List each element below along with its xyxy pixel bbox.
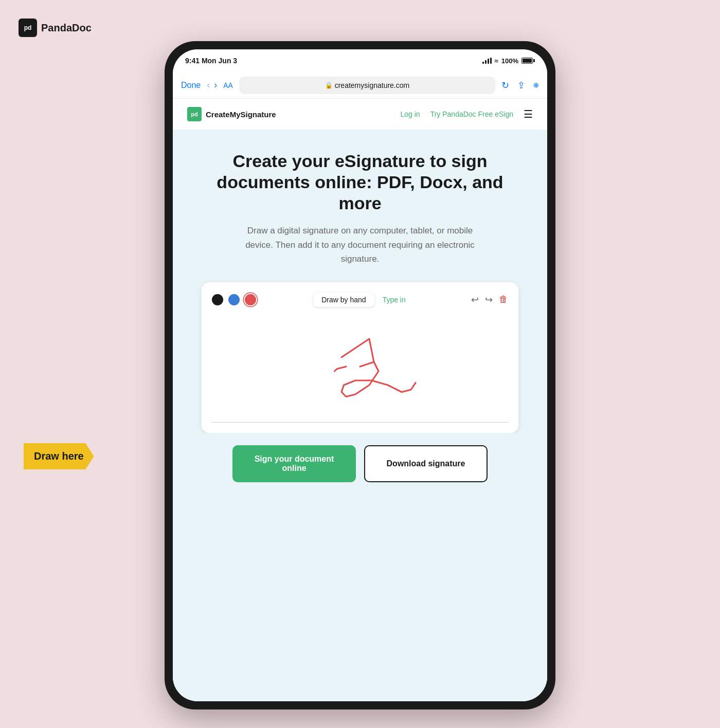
color-black[interactable] — [212, 294, 223, 305]
battery-icon — [521, 58, 535, 64]
browser-forward-button[interactable]: › — [214, 80, 217, 90]
phone-screen: 9:41 Mon Jun 3 ≈ 100% — [173, 49, 547, 701]
undo-button[interactable]: ↩ — [471, 294, 479, 305]
hamburger-menu-icon[interactable]: ☰ — [524, 108, 533, 120]
pandadoc-logo-text: PandaDoc — [41, 22, 92, 34]
pandadoc-logo: pd PandaDoc — [19, 19, 92, 37]
browser-bar: Done ‹ › AA 🔒 createmysignature.com ↻ ⇪ … — [173, 72, 547, 99]
website-content: pd CreateMySignature Log in Try PandaDoc… — [173, 99, 547, 701]
browser-aa-button[interactable]: AA — [223, 81, 233, 89]
status-bar: 9:41 Mon Jun 3 ≈ 100% — [173, 49, 547, 72]
signature-drawing — [212, 315, 508, 418]
browser-url-bar[interactable]: 🔒 createmysignature.com — [239, 77, 495, 94]
signature-toolbar: Draw by hand Type in ↩ ↪ 🗑 — [212, 293, 508, 307]
signature-actions: ↩ ↪ 🗑 — [471, 294, 508, 305]
signature-mode-tabs: Draw by hand Type in — [313, 293, 414, 307]
phone-frame: 9:41 Mon Jun 3 ≈ 100% — [165, 41, 555, 709]
status-bar-right: ≈ 100% — [482, 57, 535, 65]
browser-nav: ‹ › — [207, 80, 217, 90]
signature-widget: Draw by hand Type in ↩ ↪ 🗑 — [202, 282, 518, 433]
site-header: pd CreateMySignature Log in Try PandaDoc… — [173, 99, 547, 130]
pandadoc-logo-icon: pd — [19, 19, 37, 37]
status-bar-time: 9:41 Mon Jun 3 — [185, 57, 237, 65]
browser-refresh-button[interactable]: ↻ — [501, 80, 509, 91]
action-buttons: Sign your document online Download signa… — [193, 433, 527, 499]
delete-button[interactable]: 🗑 — [499, 294, 508, 305]
color-red[interactable] — [245, 294, 256, 305]
download-signature-button[interactable]: Download signature — [364, 445, 488, 482]
sign-document-button[interactable]: Sign your document online — [232, 445, 356, 482]
browser-actions: ↻ ⇪ ⎈ — [501, 80, 539, 91]
lock-icon: 🔒 — [325, 82, 333, 89]
site-logo: pd CreateMySignature — [187, 107, 276, 121]
hero-subtitle: Draw a digital signature on any computer… — [237, 224, 483, 266]
browser-bookmarks-button[interactable]: ⎈ — [533, 80, 539, 90]
browser-back-button[interactable]: ‹ — [207, 80, 210, 90]
draw-here-label-text: Draw here — [24, 443, 94, 469]
browser-done-button[interactable]: Done — [181, 81, 201, 90]
browser-share-button[interactable]: ⇪ — [517, 80, 525, 91]
battery-pct: 100% — [501, 57, 518, 65]
signal-icon — [482, 58, 492, 64]
nav-login-link[interactable]: Log in — [401, 110, 420, 118]
signature-canvas[interactable] — [212, 315, 508, 418]
hero-section: Create your eSignature to sign documents… — [173, 130, 547, 511]
signature-baseline — [212, 422, 508, 423]
color-picker — [212, 294, 256, 305]
redo-button[interactable]: ↪ — [485, 294, 493, 305]
site-logo-icon: pd — [187, 107, 202, 121]
browser-url-text: createmysignature.com — [335, 81, 410, 89]
site-logo-text: CreateMySignature — [206, 110, 276, 119]
nav-try-link[interactable]: Try PandaDoc Free eSign — [430, 110, 513, 118]
wifi-icon: ≈ — [495, 57, 498, 65]
color-blue[interactable] — [228, 294, 240, 305]
tab-draw-by-hand[interactable]: Draw by hand — [313, 293, 374, 307]
tab-type-in[interactable]: Type in — [374, 293, 414, 307]
draw-here-annotation: Draw here — [24, 443, 94, 469]
hero-title: Create your eSignature to sign documents… — [193, 151, 527, 213]
site-nav: Log in Try PandaDoc Free eSign ☰ — [401, 108, 533, 120]
